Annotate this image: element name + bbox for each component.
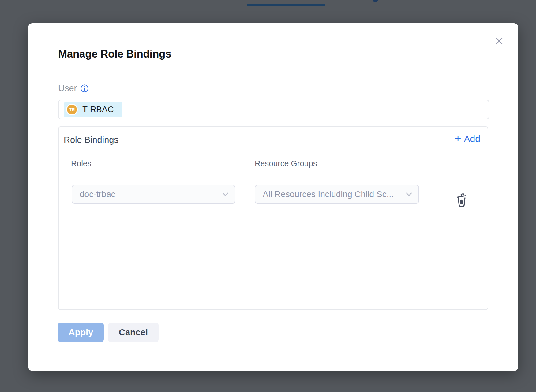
active-tab-underline	[247, 4, 325, 6]
role-select-value: doc-trbac	[80, 189, 115, 199]
add-role-binding-button[interactable]: + Add	[455, 134, 480, 144]
header-divider	[63, 178, 483, 178]
user-chip-name: T-RBAC	[82, 105, 114, 114]
plus-icon: +	[455, 133, 461, 144]
role-bindings-panel: Role Bindings + Add Roles Resource Group…	[58, 126, 488, 310]
apply-button[interactable]: Apply	[58, 323, 104, 342]
add-button-label: Add	[464, 134, 480, 144]
cancel-button[interactable]: Cancel	[108, 323, 159, 342]
resource-group-select[interactable]: All Resources Including Child Sc...	[255, 185, 419, 204]
info-icon[interactable]	[80, 84, 89, 93]
partial-badge-icon	[373, 0, 378, 2]
role-binding-row: doc-trbac All Resources Including Child …	[59, 185, 488, 204]
chevron-down-icon	[222, 192, 229, 196]
column-header-roles: Roles	[71, 159, 91, 168]
close-button[interactable]	[494, 35, 505, 47]
user-chip[interactable]: TR T-RBAC	[64, 102, 122, 117]
chevron-down-icon	[406, 192, 412, 196]
user-label: User	[58, 83, 77, 93]
role-bindings-title: Role Bindings	[64, 135, 118, 145]
manage-role-bindings-dialog: Manage Role Bindings User TR T-RBAC Role…	[28, 23, 518, 371]
delete-row-button[interactable]	[454, 192, 470, 208]
trash-icon	[455, 193, 469, 208]
user-label-row: User	[58, 83, 89, 93]
column-header-resource-groups: Resource Groups	[255, 159, 317, 168]
user-avatar: TR	[66, 104, 78, 115]
close-icon	[494, 36, 504, 46]
dialog-title: Manage Role Bindings	[58, 48, 171, 60]
user-field[interactable]: TR T-RBAC	[58, 100, 489, 119]
resource-group-select-value: All Resources Including Child Sc...	[263, 189, 394, 199]
role-select[interactable]: doc-trbac	[72, 185, 235, 204]
